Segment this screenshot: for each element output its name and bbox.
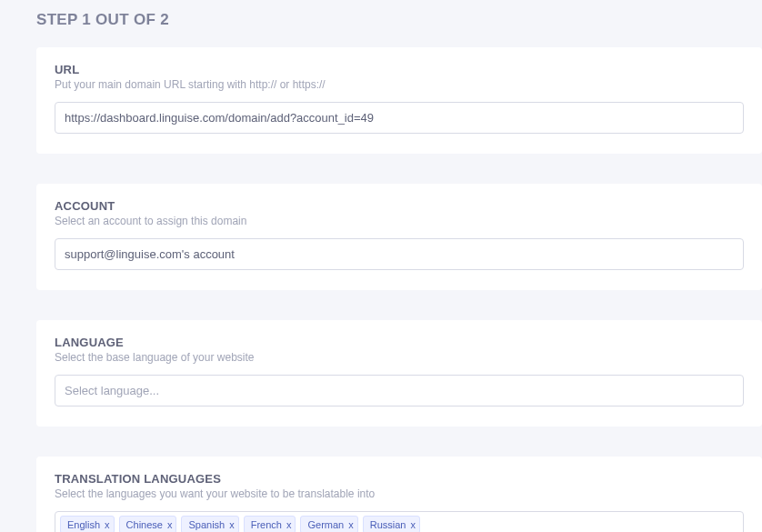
- translation-desc: Select the languages you want your websi…: [55, 487, 744, 500]
- language-tag: Chinesex: [119, 516, 177, 532]
- translation-card: TRANSLATION LANGUAGES Select the languag…: [36, 457, 762, 532]
- language-card: LANGUAGE Select the base language of you…: [36, 320, 762, 427]
- tag-remove-icon[interactable]: x: [229, 520, 235, 530]
- tag-remove-icon[interactable]: x: [167, 520, 173, 530]
- tag-label: Russian: [370, 519, 406, 530]
- tag-label: Spanish: [188, 519, 225, 530]
- language-tag: Russianx: [363, 516, 420, 532]
- language-tag: Spanishx: [181, 516, 238, 532]
- language-tag: Englishx: [60, 516, 115, 532]
- translation-label: TRANSLATION LANGUAGES: [55, 472, 744, 486]
- url-card: URL Put your main domain URL starting wi…: [36, 47, 762, 154]
- tag-label: Chinese: [126, 519, 163, 530]
- url-label: URL: [55, 63, 744, 76]
- language-placeholder: Select language...: [65, 384, 159, 397]
- language-tag: Frenchx: [244, 516, 296, 532]
- account-desc: Select an account to assign this domain: [55, 215, 744, 227]
- tag-label: French: [251, 519, 282, 530]
- account-card: ACCOUNT Select an account to assign this…: [36, 184, 762, 290]
- language-label: LANGUAGE: [55, 336, 744, 349]
- account-value: support@linguise.com's account: [65, 247, 235, 261]
- tag-remove-icon[interactable]: x: [348, 520, 354, 530]
- translation-tags[interactable]: EnglishxChinesexSpanishxFrenchxGermanxRu…: [55, 511, 744, 532]
- url-input[interactable]: [55, 102, 744, 134]
- page-title: STEP 1 OUT OF 2: [0, 0, 762, 47]
- account-label: ACCOUNT: [55, 199, 744, 213]
- language-tag: Germanx: [300, 516, 357, 532]
- account-select[interactable]: support@linguise.com's account: [55, 238, 744, 270]
- tag-label: English: [67, 519, 100, 530]
- language-desc: Select the base language of your website: [55, 351, 744, 364]
- tag-label: German: [307, 519, 344, 530]
- language-select[interactable]: Select language...: [55, 375, 744, 407]
- tag-remove-icon[interactable]: x: [286, 520, 292, 530]
- tag-remove-icon[interactable]: x: [105, 520, 110, 530]
- tag-remove-icon[interactable]: x: [410, 520, 416, 530]
- url-desc: Put your main domain URL starting with h…: [55, 78, 744, 91]
